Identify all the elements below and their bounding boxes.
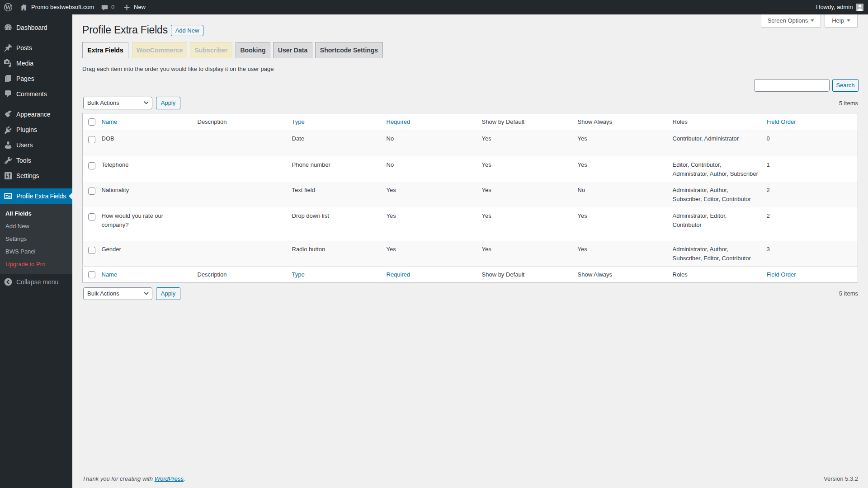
svg-text:W: W xyxy=(5,4,12,11)
